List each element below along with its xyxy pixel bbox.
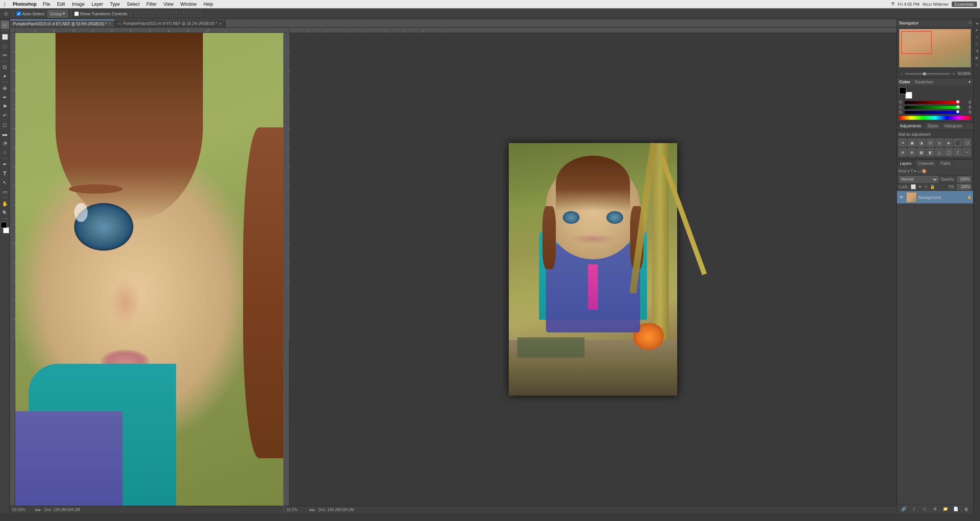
hand-tool[interactable]: ✋ <box>1 199 9 208</box>
navigator-zoom-slider[interactable] <box>905 73 950 75</box>
navigator-preview[interactable] <box>899 29 971 67</box>
pen-tool[interactable]: ✒ <box>1 160 9 168</box>
scroll-left-right-icon[interactable]: ◀ <box>309 508 312 512</box>
move-tool[interactable]: ⊹ <box>1 21 9 29</box>
adj-saturation[interactable]: ◈ <box>944 138 953 147</box>
quick-select-tool[interactable]: ⚯ <box>1 51 9 59</box>
lock-all-icon[interactable]: 🔒 <box>930 184 935 189</box>
healing-tool[interactable]: ⊕ <box>1 84 9 92</box>
background-color-chip[interactable] <box>905 92 912 99</box>
adj-black-white[interactable]: ⬛ <box>954 138 962 147</box>
adj-levels[interactable]: ▣ <box>908 138 916 147</box>
adj-hue[interactable]: ◎ <box>935 138 944 147</box>
lock-move-icon[interactable]: ⊹ <box>924 184 928 189</box>
marquee-tool[interactable]: ⬜ <box>1 33 9 41</box>
adj-brightness[interactable]: ☀ <box>898 138 907 147</box>
adj-selective-color[interactable]: ƒ <box>954 148 962 156</box>
gradient-tool[interactable]: ▬ <box>1 130 9 138</box>
scroll-right-icon[interactable]: ▶ <box>38 508 41 512</box>
new-layer-btn[interactable]: 📄 <box>952 506 959 513</box>
menu-type[interactable]: Type <box>107 1 123 7</box>
layer-visibility-icon[interactable]: 👁 <box>898 194 905 200</box>
menu-file[interactable]: File <box>40 1 53 7</box>
menu-layer[interactable]: Layer <box>88 1 106 7</box>
brush-tool[interactable]: ✒ <box>1 93 9 101</box>
b-slider[interactable] <box>905 111 960 114</box>
new-group-btn[interactable]: 📁 <box>942 506 949 513</box>
menu-filter[interactable]: Filter <box>144 1 160 7</box>
menu-view[interactable]: View <box>160 1 176 7</box>
blur-tool[interactable]: ◔ <box>1 139 9 147</box>
type-tool[interactable]: T <box>1 169 9 177</box>
lasso-tool[interactable]: ◌ <box>1 42 9 50</box>
panel-icon-1[interactable]: ◀ <box>974 21 980 26</box>
align-right-icon[interactable]: ⬛ <box>148 11 154 17</box>
close-tab-2[interactable]: ✕ <box>219 22 222 26</box>
panel-icon-6[interactable]: ▣ <box>974 55 980 60</box>
align-center-h-icon[interactable]: ⬛ <box>141 11 147 17</box>
g-slider[interactable] <box>905 106 960 109</box>
menu-edit[interactable]: Edit <box>54 1 68 7</box>
transform-controls-checkbox[interactable] <box>74 11 79 16</box>
foreground-color-chip[interactable] <box>899 87 906 94</box>
crop-tool[interactable]: ⊡ <box>1 63 9 71</box>
link-layers-btn[interactable]: 🔗 <box>900 506 907 513</box>
adj-color-lookup[interactable]: ⊗ <box>908 148 916 156</box>
adj-photo-filter[interactable]: ❑ <box>963 138 971 147</box>
distribute-v-icon[interactable]: ⬛ <box>182 11 188 17</box>
clone-stamp-tool[interactable]: ⚑ <box>1 102 9 111</box>
canvas-image-right[interactable] <box>289 33 897 506</box>
opacity-input[interactable] <box>957 176 971 182</box>
essentials-button[interactable]: Essentials <box>952 2 977 7</box>
adj-threshold[interactable]: △ <box>935 148 944 156</box>
menu-help[interactable]: Help <box>201 1 216 7</box>
doc-tab-1[interactable]: PumpkinPatch2015 (4 of 87).NEF @ 53.5% (… <box>10 20 115 27</box>
color-panel-collapse[interactable]: ▾ <box>969 80 971 85</box>
r-slider[interactable] <box>905 101 960 104</box>
adj-vibrance[interactable]: ~ <box>963 148 971 156</box>
menu-select[interactable]: Select <box>124 1 142 7</box>
kind-icon-2[interactable]: T <box>911 169 913 173</box>
tab-histogram[interactable]: Histogram <box>941 122 965 130</box>
panel-icon-4[interactable]: ⊡ <box>974 41 980 47</box>
kind-icon-4[interactable]: ▭ <box>918 169 921 173</box>
layers-list[interactable]: 👁 Background 🔒 <box>897 191 973 504</box>
color-spectrum-bar[interactable] <box>899 116 971 120</box>
doc-tab-2[interactable]: — PumpkinPatch2015 (4 of 87).NEF @ 16.2%… <box>115 20 225 27</box>
distribute-right-icon[interactable]: ⬛ <box>196 11 202 17</box>
auto-select-checkbox[interactable] <box>16 11 21 16</box>
lock-paint-icon[interactable]: ✒ <box>918 184 922 189</box>
adj-invert[interactable]: ▦ <box>917 148 925 156</box>
apple-menu[interactable]:  <box>0 1 10 7</box>
panel-icon-7[interactable]: ⊙ <box>974 62 980 67</box>
kind-icon-1[interactable]: ✦ <box>907 169 910 173</box>
history-brush-tool[interactable]: ↶ <box>1 111 9 120</box>
zoom-out-icon[interactable]: － <box>899 71 903 77</box>
adj-exposure[interactable]: ⊡ <box>926 138 934 147</box>
shape-tool[interactable]: ▭ <box>1 187 9 196</box>
add-style-btn[interactable]: ƒ <box>911 506 918 513</box>
delete-layer-btn[interactable]: 🗑 <box>963 506 970 513</box>
color-selector[interactable] <box>1 222 9 233</box>
scroll-left-icon[interactable]: ◀ <box>34 508 38 512</box>
panel-icon-5[interactable]: ◑ <box>974 48 980 54</box>
align-top-icon[interactable]: ⬛ <box>155 11 161 17</box>
menu-image[interactable]: Image <box>69 1 88 7</box>
panel-icon-2[interactable]: ▼ <box>974 28 980 33</box>
zoom-in-icon[interactable]: ＋ <box>952 71 956 77</box>
distribute-left-icon[interactable]: ⬛ <box>189 11 195 17</box>
eyedropper-tool[interactable]: ✦ <box>1 72 9 80</box>
layer-row-background[interactable]: 👁 Background 🔒 <box>897 191 973 204</box>
tab-styles[interactable]: Styles <box>924 122 941 130</box>
close-tab-1[interactable]: ✕ <box>108 22 111 26</box>
align-center-v-icon[interactable]: ⬛ <box>162 11 168 17</box>
new-adjustment-btn[interactable]: ⊕ <box>931 506 938 513</box>
zoom-tool[interactable]: 🔍 <box>1 208 9 217</box>
swatches-tab-label[interactable]: Swatches <box>915 80 933 84</box>
scroll-right-right-icon[interactable]: ▶ <box>312 508 315 512</box>
adj-posterize[interactable]: ◧ <box>926 148 934 156</box>
kind-icon-3[interactable]: ✒ <box>914 169 917 173</box>
eraser-tool[interactable]: ◻ <box>1 120 9 129</box>
adj-gradient-map[interactable]: ◯ <box>944 148 953 156</box>
add-mask-btn[interactable]: ◻ <box>921 506 928 513</box>
